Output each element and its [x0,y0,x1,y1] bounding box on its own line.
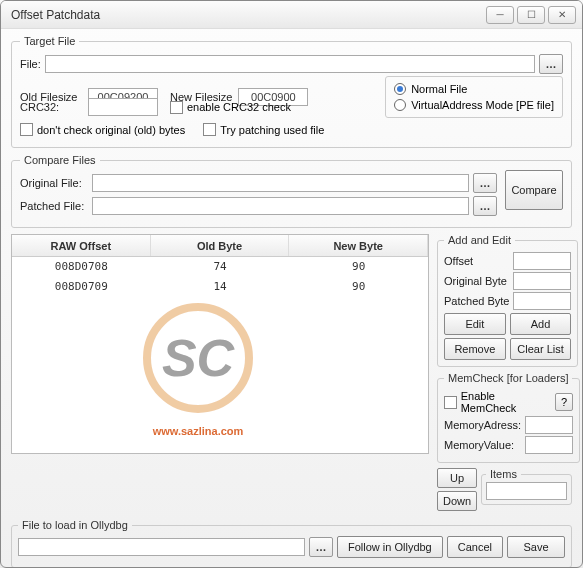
items-input[interactable] [486,482,567,500]
watermark-text: www.sazlina.com [153,425,244,437]
patched-browse-button[interactable]: … [473,196,497,216]
enable-memcheck-checkbox[interactable]: Enable MemCheck [444,390,551,414]
maximize-button[interactable]: ☐ [517,6,545,24]
cell-new: 90 [289,257,428,277]
follow-ollydbg-button[interactable]: Follow in Ollydbg [337,536,443,558]
watermark-logo-icon [143,303,253,413]
col-old-header: Old Byte [151,235,290,256]
edit-button[interactable]: Edit [444,313,506,335]
items-legend: Items [486,468,521,480]
add-button[interactable]: Add [510,313,572,335]
up-button[interactable]: Up [437,468,477,488]
table-row[interactable]: 008D0709 14 90 [12,277,428,297]
close-button[interactable]: ✕ [548,6,576,24]
mem-value-label: MemoryValue: [444,439,521,451]
cancel-button[interactable]: Cancel [447,536,503,558]
content: Target File File: … Old Filesize New Fil… [1,29,582,568]
try-patching-checkbox[interactable]: Try patching used file [203,123,324,136]
target-file-group: Target File File: … Old Filesize New Fil… [11,35,572,148]
file-mode-group: Normal File VirtualAddress Mode [PE file… [385,76,563,118]
col-raw-header: RAW Offset [12,235,151,256]
file-label: File: [20,58,41,70]
minimize-button[interactable]: ─ [486,6,514,24]
window: Offset Patchdata ─ ☐ ✕ Target File File:… [0,0,583,568]
compare-button[interactable]: Compare [505,170,563,210]
original-file-label: Original File: [20,177,88,189]
crc32-label: CRC32: [20,101,82,113]
table-row[interactable]: 008D0708 74 90 [12,257,428,277]
ollydbg-browse-button[interactable]: … [309,537,333,557]
patched-file-input[interactable] [92,197,469,215]
target-file-legend: Target File [20,35,79,47]
col-new-header: New Byte [289,235,428,256]
va-mode-radio[interactable]: VirtualAddress Mode [PE file] [394,99,554,111]
dont-check-label: don't check original (old) bytes [37,124,185,136]
cell-raw: 008D0709 [12,277,151,297]
add-edit-legend: Add and Edit [444,234,515,246]
enable-memcheck-label: Enable MemCheck [461,390,551,414]
memcheck-group: MemCheck [for Loaders] Enable MemCheck ?… [437,372,580,463]
original-file-input[interactable] [92,174,469,192]
orig-byte-input[interactable] [513,272,571,290]
compare-files-group: Compare Files Original File: … Patched F… [11,154,572,228]
crc32-input[interactable] [88,98,158,116]
ollydbg-file-input[interactable] [18,538,305,556]
patched-file-label: Patched File: [20,200,88,212]
orig-byte-label: Original Byte [444,275,509,287]
ollydbg-file-group: File to load in Ollydbg … Follow in Olly… [11,519,572,568]
patched-byte-label: Patched Byte [444,295,509,307]
checkbox-icon [444,396,457,409]
radio-icon [394,99,406,111]
enable-crc32-checkbox[interactable]: enable CRC32 check [170,101,291,114]
cell-raw: 008D0708 [12,257,151,277]
side-panel: Add and Edit Offset Original Byte Patche… [437,234,572,513]
mem-addr-input[interactable] [525,416,573,434]
offset-input[interactable] [513,252,571,270]
offset-table[interactable]: RAW Offset Old Byte New Byte 008D0708 74… [11,234,429,454]
window-title: Offset Patchdata [11,8,483,22]
checkbox-icon [203,123,216,136]
compare-legend: Compare Files [20,154,100,166]
original-browse-button[interactable]: … [473,173,497,193]
checkbox-icon [170,101,183,114]
ollydbg-file-label: File to load in Ollydbg [18,519,132,531]
va-mode-label: VirtualAddress Mode [PE file] [411,99,554,111]
patched-byte-input[interactable] [513,292,571,310]
file-input[interactable] [45,55,535,73]
save-button[interactable]: Save [507,536,565,558]
mem-addr-label: MemoryAdress: [444,419,521,431]
watermark: www.sazlina.com [143,303,253,440]
cell-old: 14 [151,277,290,297]
offset-label: Offset [444,255,509,267]
normal-file-radio[interactable]: Normal File [394,83,554,95]
add-edit-group: Add and Edit Offset Original Byte Patche… [437,234,578,367]
enable-crc32-label: enable CRC32 check [187,101,291,113]
remove-button[interactable]: Remove [444,338,506,360]
clear-list-button[interactable]: Clear List [510,338,572,360]
memcheck-help-button[interactable]: ? [555,393,573,411]
middle-section: RAW Offset Old Byte New Byte 008D0708 74… [11,234,572,513]
memcheck-legend: MemCheck [for Loaders] [444,372,572,384]
cell-new: 90 [289,277,428,297]
down-button[interactable]: Down [437,491,477,511]
checkbox-icon [20,123,33,136]
mem-value-input[interactable] [525,436,573,454]
normal-file-label: Normal File [411,83,467,95]
titlebar: Offset Patchdata ─ ☐ ✕ [1,1,582,29]
try-patching-label: Try patching used file [220,124,324,136]
dont-check-checkbox[interactable]: don't check original (old) bytes [20,123,185,136]
radio-icon [394,83,406,95]
table-header: RAW Offset Old Byte New Byte [12,235,428,257]
cell-old: 74 [151,257,290,277]
items-group: Items [481,468,572,505]
file-browse-button[interactable]: … [539,54,563,74]
